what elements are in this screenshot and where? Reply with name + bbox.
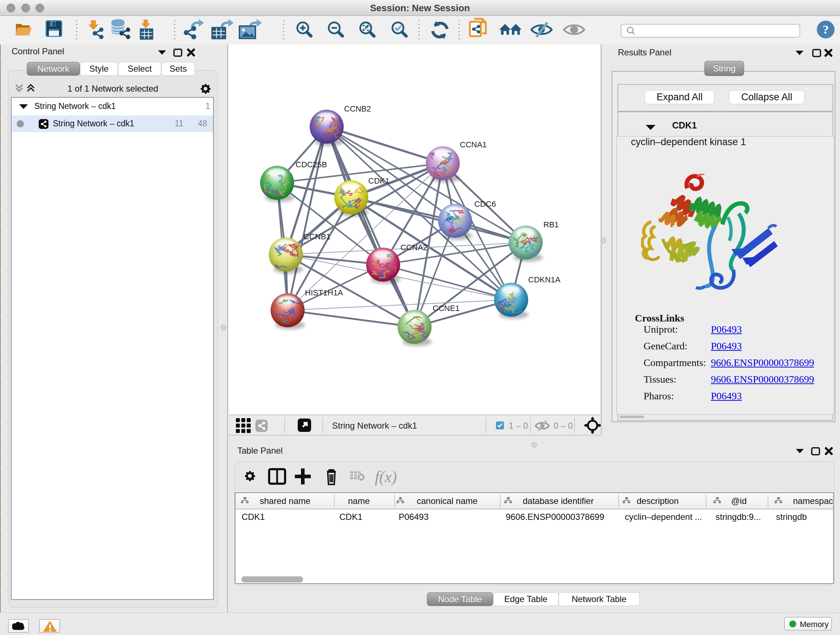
svg-text:HIST1H1A: HIST1H1A bbox=[305, 288, 343, 297]
svg-text:CCNB2: CCNB2 bbox=[344, 104, 371, 113]
svg-text:CDC25B: CDC25B bbox=[295, 160, 327, 169]
svg-text:f(x): f(x) bbox=[375, 468, 397, 486]
svg-text:CDC6: CDC6 bbox=[474, 200, 496, 209]
svg-text:CCNE1: CCNE1 bbox=[433, 304, 460, 313]
svg-text:CCNA1: CCNA1 bbox=[460, 140, 487, 149]
svg-text:CCNA2: CCNA2 bbox=[401, 243, 428, 252]
svg-text:RB1: RB1 bbox=[543, 220, 559, 229]
svg-text:CDK1: CDK1 bbox=[368, 176, 390, 185]
svg-text:CDKN1A: CDKN1A bbox=[528, 275, 561, 284]
svg-text:CCNB1: CCNB1 bbox=[303, 232, 331, 241]
